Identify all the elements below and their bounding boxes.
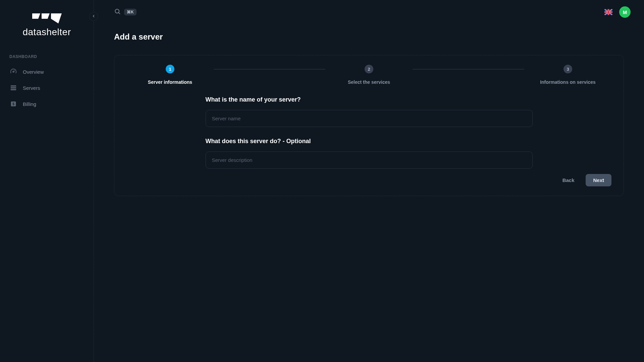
sidebar-section-label: DASHBOARD	[0, 54, 94, 59]
back-button[interactable]: Back	[558, 174, 579, 186]
topbar: ⌘K M	[94, 0, 644, 24]
step-connector	[413, 69, 524, 69]
svg-marker-2	[51, 13, 62, 23]
server-icon	[9, 84, 17, 92]
sidebar-item-label: Servers	[23, 85, 40, 91]
step-label: Informations on services	[540, 79, 596, 85]
svg-line-3	[13, 70, 15, 72]
search-trigger[interactable]: ⌘K	[114, 8, 137, 16]
wizard-actions: Back Next	[126, 174, 611, 186]
chevron-left-icon	[92, 14, 96, 19]
step-number: 1	[166, 65, 174, 73]
step-number: 3	[564, 65, 572, 73]
page-title: Add a server	[114, 32, 624, 42]
step-label: Select the services	[348, 79, 390, 85]
sidebar-item-billing[interactable]: $ Billing	[0, 96, 94, 112]
avatar[interactable]: M	[619, 6, 631, 18]
avatar-initial: M	[623, 9, 627, 15]
stepper: 1 Server informations 2 Select the servi…	[126, 65, 611, 85]
sidebar: datashelter DASHBOARD Overview Servers $…	[0, 0, 94, 362]
svg-rect-4	[11, 85, 16, 87]
sidebar-item-label: Billing	[23, 101, 36, 107]
svg-text:$: $	[12, 102, 14, 106]
sidebar-item-label: Overview	[23, 69, 44, 75]
server-desc-heading: What does this server do? - Optional	[206, 138, 533, 145]
step-number: 2	[365, 65, 373, 73]
brand-logo[interactable]: datashelter	[0, 13, 94, 38]
sidebar-item-servers[interactable]: Servers	[0, 80, 94, 96]
step-3[interactable]: 3 Informations on services	[524, 65, 611, 85]
server-name-heading: What is the name of your server?	[206, 96, 533, 103]
svg-marker-1	[42, 13, 50, 19]
step-1[interactable]: 1 Server informations	[126, 65, 214, 85]
step-2[interactable]: 2 Select the services	[325, 65, 413, 85]
billing-icon: $	[9, 100, 17, 108]
next-button[interactable]: Next	[586, 174, 611, 186]
brand-name: datashelter	[22, 27, 71, 38]
step-label: Server informations	[148, 79, 192, 85]
search-shortcut: ⌘K	[124, 9, 137, 15]
main-area: ⌘K M Add a server	[94, 0, 644, 362]
wizard-card: 1 Server informations 2 Select the servi…	[114, 55, 624, 196]
form: What is the name of your server? What do…	[206, 96, 533, 169]
step-connector	[214, 69, 325, 69]
server-desc-input[interactable]	[206, 152, 533, 169]
content: Add a server 1 Server informations 2 Sel…	[94, 24, 644, 196]
svg-marker-0	[32, 13, 40, 19]
svg-line-10	[119, 13, 120, 14]
svg-rect-5	[11, 87, 16, 88]
uk-flag-icon	[604, 9, 612, 15]
svg-rect-6	[11, 89, 16, 90]
svg-rect-15	[604, 12, 612, 12]
language-switch[interactable]	[604, 9, 612, 15]
brand-logo-icon	[32, 13, 62, 23]
sidebar-collapse-button[interactable]	[89, 12, 98, 21]
sidebar-item-overview[interactable]: Overview	[0, 64, 94, 80]
gauge-icon	[9, 68, 17, 76]
server-name-input[interactable]	[206, 110, 533, 127]
search-icon	[114, 8, 121, 16]
